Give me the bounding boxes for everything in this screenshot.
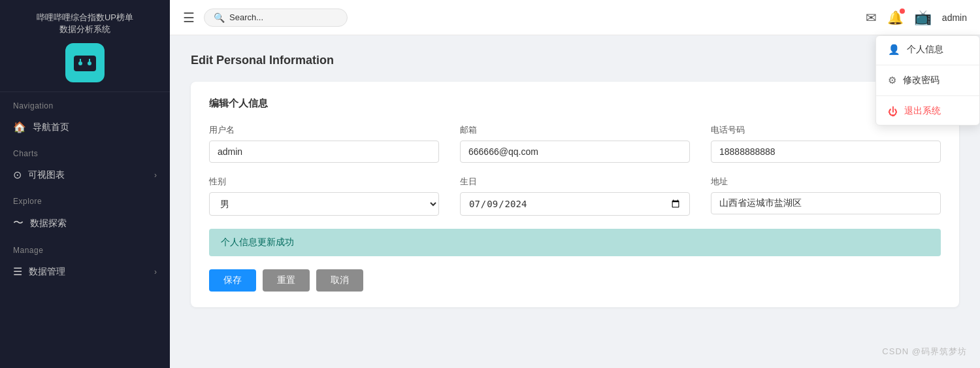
- save-button[interactable]: 保存: [209, 269, 256, 292]
- sidebar-item-label-explore: 数据探索: [30, 218, 67, 229]
- svg-rect-0: [73, 55, 97, 72]
- sidebar-item-label-manage: 数据管理: [29, 266, 65, 278]
- explore-section: Explore 〜 数据探索: [0, 188, 170, 237]
- chevron-right-icon: ›: [154, 171, 157, 180]
- topbar: ☰ 🔍 ✉ 🔔 📺 admin 👤 个人信息 ⚙ 修改密码: [170, 0, 980, 35]
- sidebar-brand: 哔哩哔哩综合指数UP榜单 数据分析系统: [0, 0, 170, 92]
- main-area: ☰ 🔍 ✉ 🔔 📺 admin 👤 个人信息 ⚙ 修改密码: [170, 0, 980, 368]
- section-label-explore: Explore: [0, 188, 170, 210]
- form-group-address: 地址: [711, 176, 941, 216]
- cancel-button[interactable]: 取消: [316, 269, 363, 292]
- tv-icon: 📺: [914, 9, 932, 26]
- notification-icon[interactable]: 🔔: [887, 10, 904, 25]
- email-label: 邮箱: [460, 124, 690, 136]
- manage-icon: ☰: [13, 265, 22, 278]
- page-title: Edit Personal Information: [191, 54, 959, 67]
- form-row-1: 用户名 邮箱 电话号码: [209, 124, 941, 163]
- charts-section: Charts ⊙ 可视图表 ›: [0, 140, 170, 188]
- power-icon: ⏻: [888, 106, 898, 117]
- sidebar-item-home[interactable]: 🏠 导航首页: [0, 114, 170, 140]
- sidebar: 哔哩哔哩综合指数UP榜单 数据分析系统 Navigation 🏠 导航首页 Ch…: [0, 0, 170, 368]
- form-row-2: 性别 男 女 生日 地址: [209, 176, 941, 216]
- menu-toggle-icon[interactable]: ☰: [183, 10, 195, 25]
- svg-rect-5: [80, 72, 90, 74]
- mail-icon[interactable]: ✉: [866, 10, 877, 25]
- home-icon: 🏠: [13, 121, 26, 133]
- gear-icon: ⚙: [888, 75, 896, 86]
- sidebar-item-label-home: 导航首页: [33, 122, 69, 133]
- form-group-birthday: 生日: [460, 176, 690, 216]
- search-box[interactable]: 🔍: [204, 8, 348, 27]
- sidebar-item-explore[interactable]: 〜 数据探索: [0, 210, 170, 237]
- user-dropdown: 👤 个人信息 ⚙ 修改密码 ⏻ 退出系统: [875, 35, 980, 125]
- username-label: 用户名: [209, 124, 439, 136]
- dropdown-divider-2: [876, 95, 979, 96]
- birthday-input[interactable]: [460, 192, 690, 216]
- topbar-right: ✉ 🔔 📺 admin: [866, 9, 967, 26]
- search-input[interactable]: [229, 12, 334, 22]
- form-group-gender: 性别 男 女: [209, 176, 439, 216]
- dropdown-password-label: 修改密码: [903, 75, 939, 86]
- section-label-charts: Charts: [0, 140, 170, 162]
- brand-text: 哔哩哔哩综合指数UP榜单 数据分析系统: [13, 12, 157, 35]
- gender-label: 性别: [209, 176, 439, 188]
- sidebar-item-manage[interactable]: ☰ 数据管理 ›: [0, 259, 170, 284]
- profile-icon: 👤: [888, 44, 900, 56]
- admin-label[interactable]: admin: [942, 12, 967, 23]
- dropdown-item-password[interactable]: ⚙ 修改密码: [876, 67, 979, 94]
- dropdown-profile-label: 个人信息: [907, 44, 943, 56]
- phone-label: 电话号码: [711, 124, 941, 136]
- sidebar-item-charts[interactable]: ⊙ 可视图表 ›: [0, 162, 170, 188]
- content-area: Edit Personal Information 编辑个人信息 用户名 邮箱 …: [170, 35, 980, 368]
- address-label: 地址: [711, 176, 941, 188]
- sidebar-logo: [65, 43, 105, 82]
- success-message: 个人信息更新成功: [209, 229, 941, 256]
- section-label-navigation: Navigation: [0, 92, 170, 114]
- charts-icon: ⊙: [13, 169, 22, 181]
- search-icon: 🔍: [214, 12, 225, 23]
- reset-button[interactable]: 重置: [263, 269, 310, 292]
- form-group-email: 邮箱: [460, 124, 690, 163]
- svg-point-1: [78, 61, 82, 65]
- dropdown-item-logout[interactable]: ⏻ 退出系统: [876, 97, 979, 125]
- manage-section: Manage ☰ 数据管理 ›: [0, 237, 170, 284]
- form-group-username: 用户名: [209, 124, 439, 163]
- explore-icon: 〜: [13, 216, 24, 230]
- dropdown-divider-1: [876, 65, 979, 65]
- address-input[interactable]: [711, 192, 941, 214]
- dropdown-item-profile[interactable]: 👤 个人信息: [876, 36, 979, 63]
- notification-dot: [900, 8, 905, 14]
- card-title: 编辑个人信息: [209, 97, 941, 110]
- chevron-right-manage-icon: ›: [154, 267, 157, 276]
- form-card: 编辑个人信息 用户名 邮箱 电话号码 性别: [191, 82, 959, 307]
- svg-point-2: [88, 61, 91, 65]
- section-label-manage: Manage: [0, 237, 170, 259]
- button-row: 保存 重置 取消: [209, 269, 941, 292]
- form-group-phone: 电话号码: [711, 124, 941, 163]
- phone-input[interactable]: [711, 141, 941, 163]
- username-input[interactable]: [209, 141, 439, 163]
- email-input[interactable]: [460, 141, 690, 163]
- birthday-label: 生日: [460, 176, 690, 188]
- sidebar-item-label-charts: 可视图表: [28, 169, 65, 181]
- gender-select[interactable]: 男 女: [209, 192, 439, 216]
- dropdown-logout-label: 退出系统: [904, 105, 941, 117]
- nav-section: Navigation 🏠 导航首页: [0, 92, 170, 140]
